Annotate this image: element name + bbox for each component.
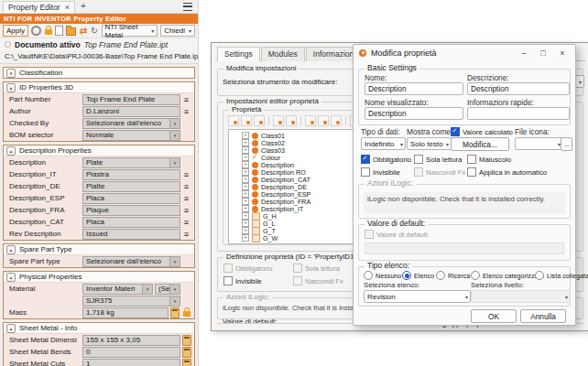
row-menu-icon[interactable] [184, 182, 189, 191]
part-number-field[interactable]: Top Frame End Plate [82, 94, 180, 105]
tipo-dati-dropdown[interactable]: Indefinito [361, 137, 406, 150]
checkbox-icon[interactable] [467, 155, 476, 164]
expand-icon[interactable] [242, 176, 249, 183]
description-dropdown[interactable]: Plate [82, 157, 180, 168]
description-de-field[interactable]: Platte [82, 181, 180, 192]
tab-settings[interactable]: Settings [217, 47, 260, 61]
calculated-icon[interactable] [182, 359, 191, 366]
modifica-button[interactable]: Modifica... [451, 137, 509, 151]
close-icon[interactable]: × [555, 48, 570, 58]
radio-icon[interactable] [436, 271, 445, 280]
folder-icon[interactable] [66, 26, 76, 37]
spare-part-dropdown[interactable]: Selezionare dall'elenco [82, 256, 180, 267]
radio-lista-collegata[interactable]: Lista collegata [535, 271, 588, 280]
settings-gear-icon[interactable] [31, 26, 41, 37]
tab-close-icon[interactable]: × [65, 4, 70, 11]
checkbox-icon[interactable] [361, 155, 370, 164]
material-category-dropdown[interactable]: (Senza categori [155, 284, 180, 295]
checkbox-sola-lettura[interactable]: Sola lettura [414, 155, 462, 164]
row-menu-icon[interactable] [184, 107, 189, 116]
checkbox-icon[interactable] [293, 276, 302, 285]
annulla-button[interactable]: Annulla [520, 309, 566, 323]
expand-icon[interactable] [242, 154, 249, 161]
expand-icon[interactable] [242, 234, 249, 242]
checkbox-nascondi-fx[interactable]: Nascondi Fx [414, 167, 465, 177]
section-header-classification[interactable]: Classification [4, 68, 194, 78]
calculated-icon[interactable] [182, 335, 191, 346]
row-menu-icon[interactable] [184, 194, 189, 203]
chevron-up-icon[interactable] [6, 146, 16, 156]
expand-icon[interactable] [242, 205, 249, 212]
chevron-down-icon[interactable] [6, 69, 16, 78]
dialog-title-bar[interactable]: Modifica proprietà – □ × [354, 45, 575, 60]
copy-page-icon[interactable] [55, 26, 63, 37]
bom-selector-dropdown[interactable]: Normale [82, 130, 180, 141]
radio-elenco-categorizzato[interactable]: Elenco categorizzato [471, 271, 544, 280]
radio-ricerca[interactable]: Ricerca [436, 271, 470, 280]
radio-elenco[interactable]: Elenco [402, 271, 434, 280]
description-fra-field[interactable]: Plaque [82, 205, 180, 216]
radio-icon[interactable] [471, 271, 480, 280]
expand-icon[interactable] [242, 139, 249, 146]
checkbox-icon[interactable] [223, 276, 233, 285]
transfer-arrows-icon[interactable] [79, 26, 87, 37]
tree-toolbar-icon[interactable] [318, 115, 329, 126]
seleziona-livello-dropdown[interactable] [471, 290, 571, 303]
minimize-icon[interactable]: – [517, 48, 531, 58]
checkbox-icon[interactable] [365, 230, 374, 239]
tree-toolbar-icon[interactable] [286, 115, 297, 126]
nome-field[interactable]: Description [365, 82, 463, 95]
section-header-sheet-metal-info[interactable]: Sheet Metal - Info [4, 323, 194, 334]
new-tab-icon[interactable]: + [81, 3, 86, 10]
expand-icon[interactable] [242, 220, 249, 227]
menu-hamburger-icon[interactable] [183, 3, 192, 11]
tree-toolbar-icon[interactable] [241, 115, 252, 126]
chevron-up-icon[interactable] [6, 324, 16, 333]
material-library-dropdown[interactable]: Inventor Materi [82, 284, 153, 295]
seleziona-elenco-dropdown[interactable]: Revision [364, 290, 471, 303]
tree-toolbar-icon[interactable] [273, 115, 284, 126]
row-menu-icon[interactable] [184, 206, 189, 215]
tree-toolbar-icon[interactable] [331, 115, 342, 126]
radio-icon[interactable] [402, 271, 411, 280]
author-field[interactable]: D.Lanzoni [82, 106, 180, 117]
mode-dropdown[interactable]: NTI Sheet Metal [102, 25, 158, 37]
tab-property-editor[interactable]: Property Editor × [3, 1, 75, 13]
mostra-come-dropdown[interactable]: Solo testo [407, 137, 452, 150]
radio-nessuno[interactable]: Nessuno [364, 271, 401, 280]
row-menu-icon[interactable] [184, 218, 189, 227]
tab-modules[interactable]: Modules [261, 47, 305, 61]
checkbox-icon[interactable] [361, 167, 370, 177]
chevron-up-icon[interactable] [6, 83, 16, 92]
checkbox-invisibile[interactable]: Invisibile [223, 276, 262, 285]
calculated-icon[interactable] [170, 307, 180, 318]
material-grade-dropdown[interactable]: SJR375 [82, 296, 180, 307]
refresh-icon[interactable] [90, 26, 98, 37]
checkbox-obbligatorio[interactable]: Obbligatorio [223, 264, 272, 273]
checkbox-obbligatorio[interactable]: Obbligatorio [361, 155, 411, 164]
checkbox-icon[interactable] [293, 264, 302, 273]
row-menu-icon[interactable] [184, 170, 189, 179]
checked-by-dropdown[interactable]: Selezionare dall'elenco [82, 118, 180, 129]
browse-ellipsis-button[interactable]: ... [561, 137, 572, 151]
section-header-physical[interactable]: Physical Properties [4, 272, 194, 283]
maximize-icon[interactable]: □ [536, 48, 550, 58]
expand-icon[interactable] [242, 227, 249, 234]
description-cat-field[interactable]: Placa [82, 217, 180, 228]
checkbox-valore-default[interactable]: Valore di default: [365, 230, 430, 239]
section-header-spare-part[interactable]: Spare Part Type [4, 244, 194, 255]
rev-description-field[interactable]: Issued [82, 229, 180, 240]
description-esp-field[interactable]: Placa [82, 193, 180, 204]
radio-icon[interactable] [364, 271, 373, 280]
file-icona-dropdown[interactable] [515, 137, 563, 150]
tree-toolbar-icon[interactable] [305, 115, 316, 126]
lock-icon[interactable] [44, 26, 52, 37]
ask-dropdown[interactable]: Chiedi [160, 25, 195, 37]
checkbox-icon[interactable] [467, 167, 476, 177]
checkbox-invisibile[interactable]: Invisibile [361, 167, 400, 177]
checkbox-icon[interactable] [223, 264, 233, 273]
apply-button[interactable]: Apply [3, 25, 28, 37]
expand-icon[interactable] [242, 161, 249, 168]
tree-toolbar-icon[interactable] [254, 115, 265, 126]
checkbox-valore-calcolato[interactable]: Valore calcolato [451, 127, 513, 136]
